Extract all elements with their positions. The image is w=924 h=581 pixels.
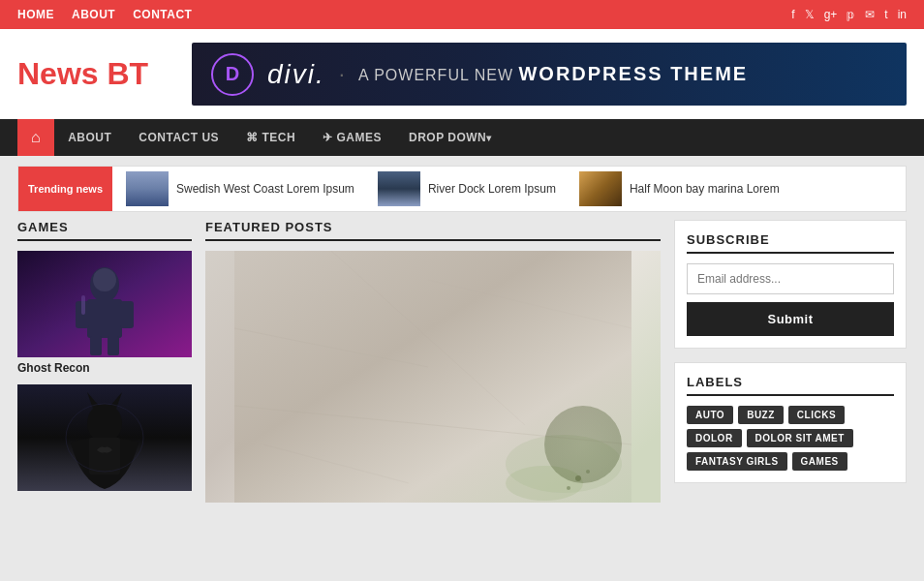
- secondary-navigation: ⌂ ABOUT CONTACT US ⌘ TECH ✈ GAMES DROP D…: [0, 119, 924, 156]
- svg-point-23: [586, 470, 590, 474]
- nav-about[interactable]: ABOUT: [54, 119, 125, 156]
- trending-item-3[interactable]: Half Moon bay marina Lorem: [579, 171, 780, 206]
- trending-text-1: Swedish West Coast Lorem Ipsum: [176, 182, 354, 196]
- svg-point-7: [93, 268, 116, 291]
- featured-image: [205, 251, 661, 503]
- linkedin-icon[interactable]: in: [898, 8, 907, 21]
- trending-item-2[interactable]: River Dock Lorem Ipsum: [378, 171, 556, 206]
- featured-column: FEATURED POSTS: [205, 220, 661, 503]
- label-fantasy-girls[interactable]: FANTASY GIRLS: [687, 452, 787, 471]
- nav-dropdown[interactable]: DROP DOWN: [395, 119, 506, 156]
- label-buzz[interactable]: BUZZ: [738, 406, 784, 424]
- site-title: News BT: [17, 56, 172, 92]
- games-section-title: GAMES: [17, 220, 192, 241]
- facebook-icon[interactable]: f: [791, 8, 794, 21]
- labels-title: LABELS: [687, 375, 894, 396]
- divi-logo: D: [211, 53, 254, 96]
- svg-rect-8: [81, 295, 85, 315]
- advertisement-banner[interactable]: D divi. · A POWERFUL NEW WORDPRESS THEME: [192, 43, 907, 106]
- banner-tagline: A POWERFUL NEW WORDPRESS THEME: [358, 63, 748, 85]
- email-input[interactable]: [687, 263, 894, 294]
- trending-items: Swedish West Coast Lorem Ipsum River Doc…: [112, 167, 906, 211]
- trending-text-3: Half Moon bay marina Lorem: [630, 182, 780, 196]
- trending-thumb-1: [126, 171, 169, 206]
- top-nav-about[interactable]: ABOUT: [72, 8, 115, 21]
- nav-games[interactable]: ✈ GAMES: [309, 119, 395, 156]
- pinterest-icon[interactable]: 𝕡: [847, 8, 855, 21]
- nav-home-icon[interactable]: ⌂: [17, 119, 54, 156]
- subscribe-title: SUBSCRIBE: [687, 232, 894, 254]
- banner-tagline-pre: A POWERFUL NEW: [358, 67, 519, 83]
- nav-tech[interactable]: ⌘ TECH: [232, 119, 309, 156]
- trending-thumb-3: [579, 171, 622, 206]
- main-content: GAMES: [0, 220, 924, 520]
- svg-rect-5: [90, 336, 102, 355]
- right-column: SUBSCRIBE Submit LABELS AUTO BUZZ CLICKS…: [674, 220, 907, 503]
- top-nav-contact[interactable]: CONTACT: [133, 8, 192, 21]
- svg-point-20: [506, 466, 583, 501]
- divi-brand: divi.: [267, 59, 325, 90]
- banner-separator: ·: [339, 62, 345, 87]
- gplus-icon[interactable]: g+: [824, 8, 838, 21]
- social-icons: f 𝕏 g+ 𝕡 ✉ t in: [791, 8, 907, 21]
- svg-rect-2: [87, 299, 122, 338]
- submit-button[interactable]: Submit: [687, 302, 894, 336]
- game-card-batman[interactable]: [17, 384, 192, 491]
- top-nav-links: HOME ABOUT CONTACT: [17, 8, 192, 21]
- games-column: GAMES: [17, 220, 192, 503]
- svg-point-22: [567, 486, 570, 490]
- trending-thumb-2: [378, 171, 420, 206]
- svg-rect-4: [120, 301, 134, 328]
- tumblr-icon[interactable]: t: [884, 8, 887, 21]
- game-card-ghost-recon[interactable]: Ghost Recon: [17, 251, 192, 375]
- svg-point-10: [87, 404, 122, 443]
- svg-point-21: [575, 475, 581, 481]
- labels-grid: AUTO BUZZ CLICKS DOLOR DOLOR SIT AMET FA…: [687, 406, 894, 471]
- nav-contact-us[interactable]: CONTACT US: [125, 119, 232, 156]
- label-dolor-sit-amet[interactable]: DOLOR SIT AMET: [747, 429, 853, 447]
- svg-rect-6: [108, 336, 119, 355]
- trending-text-2: River Dock Lorem Ipsum: [428, 182, 556, 196]
- label-games[interactable]: GAMES: [792, 452, 847, 471]
- svg-rect-13: [89, 438, 120, 474]
- trending-bar: Trending news Swedish West Coast Lorem I…: [17, 166, 907, 212]
- subscribe-box: SUBSCRIBE Submit: [674, 220, 907, 349]
- site-header: News BT D divi. · A POWERFUL NEW WORDPRE…: [0, 29, 924, 119]
- label-clicks[interactable]: CLICKS: [788, 406, 845, 424]
- mail-icon[interactable]: ✉: [865, 8, 875, 21]
- featured-section-title: FEATURED POSTS: [205, 220, 661, 241]
- top-navigation: HOME ABOUT CONTACT f 𝕏 g+ 𝕡 ✉ t in: [0, 0, 924, 29]
- ghost-recon-image: [17, 251, 192, 357]
- trending-item-1[interactable]: Swedish West Coast Lorem Ipsum: [126, 171, 354, 206]
- top-nav-home[interactable]: HOME: [17, 8, 54, 21]
- trending-label: Trending news: [18, 167, 112, 211]
- svg-rect-15: [234, 251, 631, 503]
- ghost-recon-title: Ghost Recon: [17, 361, 192, 375]
- label-dolor[interactable]: DOLOR: [687, 429, 742, 447]
- batman-image: [17, 384, 192, 491]
- twitter-icon[interactable]: 𝕏: [805, 8, 815, 21]
- banner-tagline-strong: WORDPRESS THEME: [518, 63, 748, 84]
- labels-box: LABELS AUTO BUZZ CLICKS DOLOR DOLOR SIT …: [674, 362, 907, 483]
- label-auto[interactable]: AUTO: [687, 406, 733, 424]
